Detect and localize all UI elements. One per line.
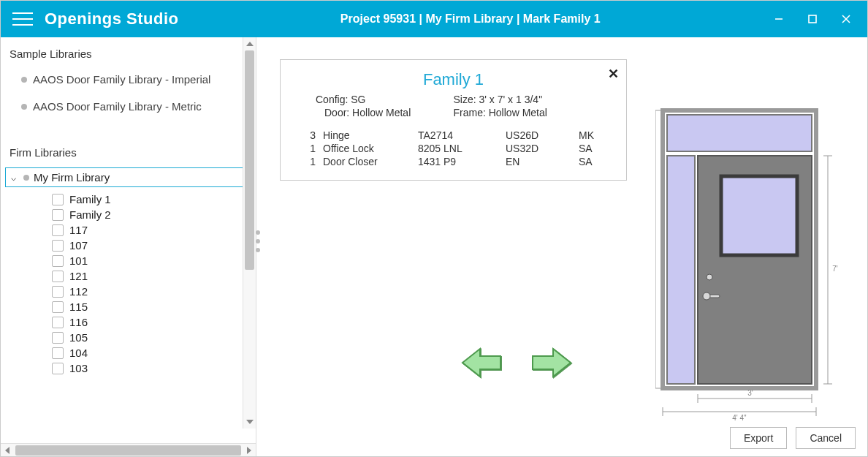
scroll-left-icon[interactable]	[1, 447, 14, 454]
tree-item[interactable]: Family 1	[9, 192, 251, 207]
project-breadcrumb: Project 95931 | My Firm Library | Mark F…	[179, 12, 763, 26]
svg-marker-8	[533, 349, 571, 377]
app-name: Openings Studio	[45, 10, 179, 29]
tree-item[interactable]: 112	[9, 284, 251, 299]
tree-item[interactable]: Family 2	[9, 207, 251, 222]
checkbox[interactable]	[52, 286, 64, 298]
tree-item[interactable]: 117	[9, 222, 251, 238]
tree-item[interactable]: 104	[9, 345, 251, 360]
hw-finish: US32D	[506, 143, 579, 154]
hw-name: Office Lock	[323, 143, 418, 154]
tree-item-label: Family 2	[69, 208, 111, 221]
tree-item-label: 101	[69, 254, 88, 267]
horizontal-scrollbar[interactable]	[1, 443, 256, 456]
hw-qty: 3	[301, 129, 323, 141]
tree-item-label: Family 1	[69, 193, 111, 205]
checkbox[interactable]	[52, 224, 64, 236]
tree-item-label: 107	[69, 239, 88, 252]
hw-mfr: MK	[579, 129, 608, 141]
hardware-row: 3HingeTA2714US26DMK	[301, 129, 613, 142]
firm-libraries-header: Firm Libraries	[9, 142, 251, 165]
hw-model: TA2714	[418, 129, 506, 141]
bullet-icon	[23, 175, 29, 181]
door-preview: 3' 4' 4" 7' 8' 4"	[655, 103, 838, 425]
close-icon[interactable]: ✕	[608, 67, 619, 80]
tree-item-label: 116	[69, 316, 88, 328]
scrollbar-thumb[interactable]	[15, 445, 241, 456]
svg-rect-4	[809, 15, 816, 23]
frame-label: Frame: Hollow Metal	[454, 107, 614, 118]
maximize-button[interactable]	[796, 8, 829, 30]
tree-item[interactable]: 121	[9, 268, 251, 284]
tree-item[interactable]: 105	[9, 330, 251, 345]
firm-library-name: My Firm Library	[34, 171, 110, 184]
vertical-scrollbar[interactable]	[243, 37, 256, 428]
tree-item[interactable]: 107	[9, 238, 251, 253]
menu-icon[interactable]	[1, 12, 45, 26]
checkbox[interactable]	[52, 301, 64, 313]
tree-item-label: 112	[69, 285, 88, 298]
tree-item[interactable]: 101	[9, 253, 251, 268]
detail-panel: ✕ Family 1 Config: SGSize: 3' x 7' x 1 3…	[256, 37, 867, 456]
cancel-button[interactable]: Cancel	[796, 427, 856, 449]
checkbox[interactable]	[52, 240, 64, 252]
checkbox[interactable]	[52, 347, 64, 359]
tree-item[interactable]: 103	[9, 360, 251, 376]
svg-rect-10	[667, 115, 812, 151]
prev-arrow[interactable]	[461, 344, 502, 383]
size-label: Size: 3' x 7' x 1 3/4"	[454, 94, 614, 105]
dim-door-width: 3'	[747, 389, 753, 397]
door-label: Door: Hollow Metal	[294, 107, 454, 118]
scroll-right-icon[interactable]	[243, 447, 256, 454]
hardware-table: 3HingeTA2714US26DMK1Office Lock8205 LNLU…	[294, 129, 613, 168]
tree-item-label: 117	[69, 224, 88, 236]
svg-point-16	[703, 292, 710, 300]
family-info-card: ✕ Family 1 Config: SGSize: 3' x 7' x 1 3…	[280, 59, 627, 181]
minimize-button[interactable]	[762, 8, 796, 30]
hw-name: Hinge	[323, 129, 418, 141]
svg-rect-13	[721, 176, 797, 255]
tree-item-label: 115	[69, 301, 88, 313]
window-controls	[762, 8, 867, 30]
config-label: Config: SG	[294, 94, 454, 105]
sample-libraries-header: Sample Libraries	[9, 43, 251, 66]
hw-finish: US26D	[506, 129, 579, 141]
hw-qty: 1	[301, 143, 323, 154]
scroll-down-icon[interactable]	[243, 415, 256, 428]
library-item-label: AAOS Door Family Library - Imperial	[33, 73, 210, 86]
scroll-up-icon[interactable]	[243, 37, 256, 50]
library-item-label: AAOS Door Family Library - Metric	[33, 100, 202, 113]
hw-name: Door Closer	[323, 156, 418, 167]
export-button[interactable]: Export	[730, 427, 787, 449]
checkbox[interactable]	[52, 194, 64, 205]
hw-model: 8205 LNL	[418, 143, 506, 154]
checkbox[interactable]	[52, 209, 64, 221]
title-bar: Openings Studio Project 95931 | My Firm …	[1, 1, 867, 37]
library-sidebar: Sample Libraries AAOS Door Family Librar…	[1, 37, 256, 456]
hw-model: 1431 P9	[418, 156, 506, 167]
library-item[interactable]: AAOS Door Family Library - Imperial	[9, 66, 251, 93]
tree-item-label: 105	[69, 331, 88, 344]
checkbox[interactable]	[52, 255, 64, 267]
bullet-icon	[21, 104, 27, 110]
chevron-down-icon[interactable]: ⌵	[7, 173, 19, 183]
tree-item[interactable]: 116	[9, 314, 251, 330]
library-item[interactable]: AAOS Door Family Library - Metric	[9, 93, 251, 120]
hw-finish: EN	[506, 156, 579, 167]
next-arrow[interactable]	[531, 344, 572, 383]
checkbox[interactable]	[52, 332, 64, 344]
dim-overall-width: 4' 4"	[732, 414, 747, 422]
hardware-row: 1Door Closer1431 P9ENSA	[301, 155, 613, 168]
tree-item[interactable]: 115	[9, 299, 251, 314]
checkbox[interactable]	[52, 363, 64, 374]
tree-item-label: 121	[69, 270, 88, 282]
hw-mfr: SA	[579, 143, 608, 154]
hw-qty: 1	[301, 156, 323, 167]
scrollbar-thumb[interactable]	[245, 50, 254, 270]
tree-item-label: 103	[69, 362, 88, 374]
checkbox[interactable]	[52, 271, 64, 282]
close-button[interactable]	[829, 8, 863, 30]
firm-library-row[interactable]: ⌵ My Firm Library	[6, 168, 251, 186]
dim-door-height: 7'	[832, 265, 838, 273]
checkbox[interactable]	[52, 317, 64, 328]
